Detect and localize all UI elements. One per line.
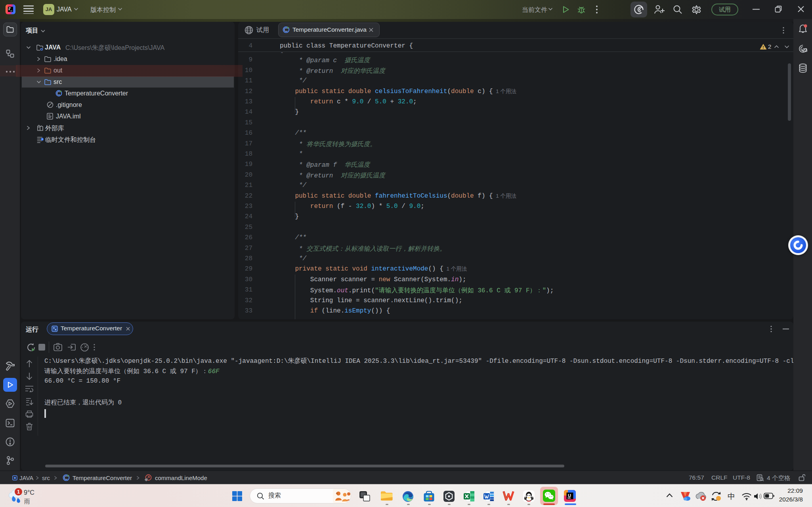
svg-text:U: U <box>568 493 571 498</box>
